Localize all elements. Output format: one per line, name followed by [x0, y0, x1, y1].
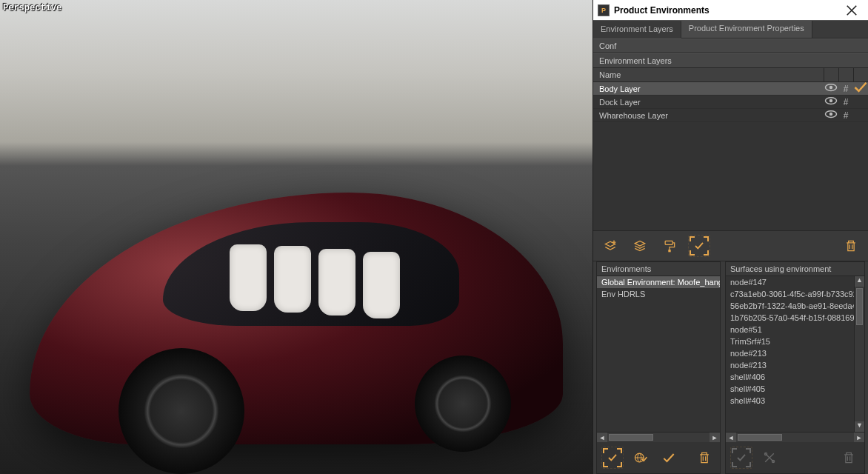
scroll-right-icon[interactable]: ► [710, 433, 720, 442]
viewport-3d[interactable]: Perspective [0, 0, 592, 474]
surf-select-check-button[interactable] [730, 447, 752, 469]
surface-item[interactable]: c73a1eb0-3061-4f5c-a99f-b733c922 [726, 288, 864, 300]
hscroll-thumb[interactable] [609, 434, 653, 441]
environments-header: Environments [597, 262, 720, 276]
stack-icon [632, 238, 647, 253]
panel-title: Product Environments [614, 5, 837, 16]
environments-list: Global Environment: Moofe_hangar_20 Env … [597, 276, 720, 432]
surface-item[interactable]: 56eb2b7f-1322-4a9b-ae91-8eeda49 [726, 300, 864, 312]
delete-layer-button[interactable] [840, 235, 862, 257]
conf-header: Conf [593, 39, 868, 53]
check-icon[interactable] [853, 82, 868, 97]
svg-point-1 [829, 86, 833, 90]
hash-icon[interactable]: # [838, 110, 853, 121]
app-icon: P [598, 4, 610, 16]
environments-toolbar [597, 442, 720, 473]
product-environments-panel: P Product Environments Environment Layer… [592, 0, 868, 474]
surf-delete-button[interactable] [838, 447, 860, 469]
surface-item[interactable]: shell#406 [726, 371, 864, 383]
close-button[interactable] [837, 0, 867, 21]
layer-name: Body Layer [593, 84, 824, 93]
surface-item[interactable]: 1b76b205-57a0-454f-b15f-088169e0 [726, 312, 864, 324]
surf-unlink-button[interactable] [758, 447, 781, 469]
vscroll-thumb[interactable] [856, 288, 863, 325]
layer-name: Wharehouse Layer [593, 111, 824, 120]
layers-toolbar [593, 230, 868, 261]
hscroll-thumb[interactable] [738, 434, 782, 441]
surface-item[interactable]: shell#405 [726, 383, 864, 395]
select-check-button[interactable] [688, 235, 710, 257]
column-name-header: Name [593, 68, 824, 81]
column-visibility-header [824, 68, 838, 81]
environments-list-panel: Environments Global Environment: Moofe_h… [596, 261, 721, 474]
env-delete-button[interactable] [693, 447, 715, 469]
paint-roller-icon [662, 238, 677, 253]
add-layer-button[interactable] [599, 235, 621, 257]
column-active-header [853, 68, 868, 81]
surfaces-vscroll[interactable]: ▲ ▼ [854, 276, 864, 432]
lower-split: Environments Global Environment: Moofe_h… [593, 261, 868, 474]
scroll-right-icon[interactable]: ► [854, 433, 864, 442]
trash-icon [844, 238, 858, 253]
surfaces-list: node#147 c73a1eb0-3061-4f5c-a99f-b733c92… [726, 276, 864, 432]
tab-product-environment-properties[interactable]: Product Environment Properties [681, 21, 812, 38]
environment-item-hdrls[interactable]: Env HDRLS [597, 288, 720, 300]
paint-button[interactable] [658, 235, 681, 257]
surfaces-header: Surfaces using environment [726, 262, 864, 276]
column-hash-header [838, 68, 853, 81]
trash-icon [841, 450, 856, 465]
env-select-check-button[interactable] [601, 447, 624, 469]
surfaces-list-panel: Surfaces using environment node#147 c73a… [725, 261, 865, 474]
unlink-icon [762, 450, 777, 465]
globe-check-icon [633, 450, 648, 465]
surface-item[interactable]: node#213 [726, 359, 864, 371]
svg-point-3 [829, 99, 833, 103]
trash-icon [697, 450, 712, 465]
env-check-button[interactable] [658, 447, 680, 469]
visibility-icon[interactable] [824, 107, 838, 124]
panel-tabs: Environment Layers Product Environment P… [593, 21, 868, 39]
layers-list: Body Layer # Dock Layer # Wharehouse Lay… [593, 82, 868, 230]
layer-row-wharehouse[interactable]: Wharehouse Layer # [593, 109, 868, 122]
hash-icon[interactable]: # [838, 84, 853, 94]
surfaces-toolbar [726, 442, 864, 473]
env-globe-button[interactable] [630, 447, 652, 469]
svg-rect-6 [665, 241, 672, 244]
surface-item[interactable]: node#147 [726, 276, 864, 288]
surfaces-hscroll[interactable]: ◄ ► [726, 432, 864, 442]
surface-item[interactable]: TrimSrf#15 [726, 336, 864, 347]
scroll-left-icon[interactable]: ◄ [597, 433, 607, 442]
car-render-placeholder [30, 193, 563, 444]
close-icon [844, 3, 859, 18]
check-icon [661, 450, 676, 465]
scroll-left-icon[interactable]: ◄ [726, 433, 736, 442]
environments-hscroll[interactable]: ◄ ► [597, 432, 720, 442]
surface-item[interactable]: shell#403 [726, 395, 864, 407]
surface-item[interactable]: node#51 [726, 324, 864, 336]
stack-plus-icon [603, 238, 618, 253]
surface-item[interactable]: node#213 [726, 347, 864, 359]
environment-layers-header: Environment Layers [593, 53, 868, 68]
environment-item-global[interactable]: Global Environment: Moofe_hangar_20 [597, 276, 720, 288]
layers-table-header: Name [593, 68, 868, 82]
scroll-down-icon[interactable]: ▼ [855, 421, 864, 432]
svg-point-5 [829, 113, 833, 116]
tab-environment-layers[interactable]: Environment Layers [593, 21, 681, 39]
svg-rect-7 [668, 250, 670, 252]
viewport-label: Perspective [3, 3, 61, 13]
scroll-up-icon[interactable]: ▲ [855, 276, 864, 287]
layer-name: Dock Layer [593, 98, 824, 107]
layers-stack-button[interactable] [629, 235, 651, 257]
panel-titlebar: P Product Environments [593, 0, 868, 21]
hash-icon[interactable]: # [838, 97, 853, 107]
